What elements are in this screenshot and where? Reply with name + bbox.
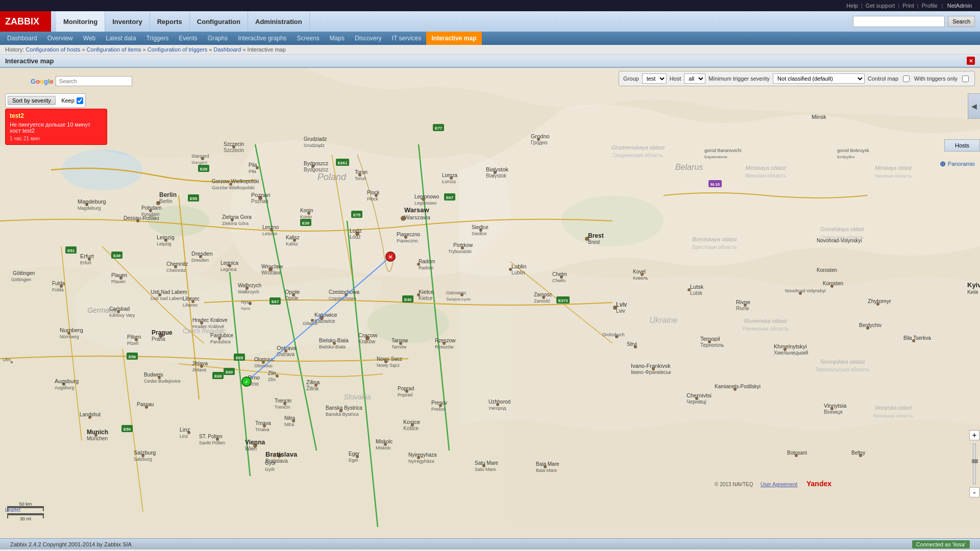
svg-text:Liberec: Liberec	[183, 296, 200, 302]
subnav-maps[interactable]: Maps	[325, 32, 350, 45]
subnav-graphs[interactable]: Graphs	[203, 32, 233, 45]
svg-text:Kalisz: Kalisz	[286, 235, 300, 240]
collapse-panel-button[interactable]: ◀	[968, 93, 980, 119]
hosts-button[interactable]: Hosts	[944, 139, 980, 152]
control-map-checkbox[interactable]	[903, 76, 910, 82]
svg-text:Banská Bystrica: Banská Bystrica	[326, 412, 359, 417]
print-link[interactable]: Print	[902, 3, 914, 9]
subnav-discovery[interactable]: Discovery	[350, 32, 387, 45]
logo[interactable]: ZABBIX	[0, 11, 51, 32]
svg-text:Ostrowiec: Ostrowiec	[446, 290, 467, 295]
svg-text:Nitra: Nitra	[284, 422, 294, 427]
help-link[interactable]: Help	[846, 3, 858, 9]
svg-text:Siedlce: Siedlce	[472, 231, 487, 236]
zoom-out-button[interactable]: -	[969, 487, 979, 497]
svg-text:Trnava: Trnava	[255, 427, 270, 432]
svg-text:Plauen: Plauen	[111, 272, 127, 278]
sort-by-severity-button[interactable]: Sort by severity	[8, 96, 56, 105]
sort-panel: Sort by severity Keep	[5, 93, 86, 108]
svg-text:Banska Bystrica: Banska Bystrica	[326, 405, 362, 411]
profile-link[interactable]: Profile	[922, 3, 938, 9]
svg-text:Kosice: Kosice	[403, 419, 420, 425]
breadcrumb-config-items[interactable]: Configuration of items	[87, 46, 141, 53]
svg-text:E56: E56	[129, 355, 136, 359]
svg-text:Grodnenskaya oblast: Grodnenskaya oblast	[611, 144, 665, 151]
nav-monitoring[interactable]: Monitoring	[56, 11, 105, 32]
nav-configuration[interactable]: Configuration	[190, 11, 248, 32]
host-select[interactable]: all	[684, 73, 705, 84]
svg-text:Usti Nad Labem: Usti Nad Labem	[151, 289, 187, 295]
group-select[interactable]: test	[642, 73, 667, 84]
svg-text:Dresden: Dresden	[191, 251, 213, 257]
svg-text:Pardubice: Pardubice	[210, 339, 231, 344]
svg-text:© 2013 NAVTEQ: © 2013 NAVTEQ	[715, 482, 753, 487]
svg-text:Lutsk: Lutsk	[690, 284, 704, 290]
svg-text:Chelm: Chelm	[552, 271, 567, 277]
svg-text:Гродно: Гродно	[531, 140, 548, 145]
subnav-dashboard[interactable]: Dashboard	[2, 32, 42, 45]
svg-text:Baia Mare: Baia Mare	[536, 468, 557, 473]
with-triggers-checkbox[interactable]	[962, 76, 969, 82]
nav-reports[interactable]: Reports	[150, 11, 190, 32]
svg-text:Ужгород: Ужгород	[488, 406, 506, 411]
panoramio-button[interactable]: ⊕ Panoramio	[940, 160, 975, 168]
subnav-web[interactable]: Web	[78, 32, 101, 45]
svg-text:Opole: Opole	[285, 289, 300, 295]
svg-text:User Agreement: User Agreement	[761, 482, 797, 487]
svg-text:Eger: Eger	[349, 451, 360, 457]
svg-text:Dresden: Dresden	[191, 258, 209, 263]
nav-administration[interactable]: Administration	[248, 11, 310, 32]
svg-text:Gomelskaya oblast: Gomelskaya oblast	[820, 227, 864, 232]
svg-text:Nyiregyhaza: Nyiregyhaza	[408, 452, 437, 458]
svg-text:Świętokrzyski: Świętokrzyski	[446, 297, 471, 302]
svg-text:Liberec: Liberec	[183, 303, 198, 308]
map-controls: Group test Host all Minimum trigger seve…	[619, 71, 975, 86]
zoom-handle[interactable]	[972, 459, 978, 463]
alert-host: test2	[10, 112, 103, 119]
svg-text:Nysa: Nysa	[241, 306, 251, 311]
alert-box[interactable]: test2 Не пингуется дольше 10 минут хост …	[5, 109, 107, 145]
svg-text:ST. Polten: ST. Polten	[199, 434, 223, 439]
breadcrumb-config-triggers[interactable]: Configuration of triggers	[148, 46, 207, 53]
svg-text:Бобруйск: Бобруйск	[837, 155, 855, 159]
severity-label: Minimum trigger severity	[708, 76, 770, 82]
subnav-interactive-graphs[interactable]: Interactive graphs	[233, 32, 291, 45]
svg-text:E75: E75	[353, 213, 361, 217]
subnav-screens[interactable]: Screens	[292, 32, 325, 45]
subnav-it-services[interactable]: IT services	[387, 32, 427, 45]
search-input[interactable]	[853, 16, 945, 27]
subnav-triggers[interactable]: Triggers	[141, 32, 174, 45]
zoom-in-button[interactable]: +	[969, 430, 979, 440]
group-label: Group	[623, 76, 639, 82]
svg-text:Eger: Eger	[349, 458, 358, 463]
svg-text:Тернопільська область: Тернопільська область	[815, 367, 870, 372]
search-button[interactable]: Search	[948, 16, 975, 27]
close-button[interactable]: ✕	[967, 57, 975, 65]
subnav-interactive-map[interactable]: Interactive map	[426, 32, 481, 45]
get-support-link[interactable]: Get support	[866, 3, 895, 9]
zoom-bar[interactable]	[973, 443, 976, 484]
google-search-input[interactable]	[56, 76, 132, 86]
severity-select[interactable]: Not classified (default)	[773, 73, 865, 84]
nav-inventory[interactable]: Inventory	[105, 11, 150, 32]
breadcrumb-config-hosts[interactable]: Configuration of hosts	[26, 46, 80, 53]
svg-text:Bielsko-Biała: Bielsko-Biała	[319, 344, 346, 349]
svg-text:Salzburg: Salzburg	[134, 457, 152, 462]
svg-text:Płock: Płock	[367, 196, 379, 202]
panoramio-plus-icon: ⊕	[940, 160, 946, 168]
svg-text:Hradec Králové: Hradec Králové	[192, 324, 224, 329]
svg-text:Minsk: Minsk	[812, 114, 826, 120]
svg-text:E30: E30	[302, 221, 310, 226]
svg-text:Radom: Radom	[419, 265, 433, 270]
subnav-latest-data[interactable]: Latest data	[101, 32, 141, 45]
svg-text:Cracow: Cracow	[358, 332, 377, 338]
with-triggers-label: With triggers only	[914, 76, 958, 82]
subnav-overview[interactable]: Overview	[42, 32, 78, 45]
keep-checkbox[interactable]	[77, 97, 83, 104]
subnav-events[interactable]: Events	[174, 32, 203, 45]
svg-text:Nurnberg: Nurnberg	[60, 327, 83, 333]
svg-text:Yandex: Yandex	[806, 480, 831, 488]
map-container[interactable]: E77 E75 E28 E65 E67 E40 E30 E50 E373 E26…	[0, 68, 980, 538]
breadcrumb-dashboard[interactable]: Dashboard	[214, 46, 241, 53]
svg-text:Walbrzych: Walbrzych	[238, 283, 261, 288]
